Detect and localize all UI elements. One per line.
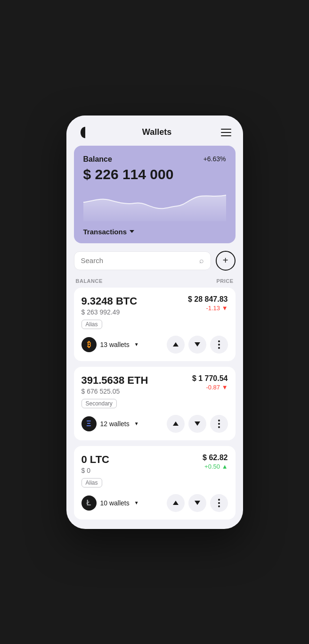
search-icon: ⌕ [199,256,204,265]
transactions-chevron-icon [130,230,134,233]
btc-receive-button[interactable] [188,336,206,354]
balance-label: Balance [83,155,112,164]
send-icon [173,501,179,505]
header: Wallets [66,116,243,146]
btc-send-button[interactable] [167,336,185,354]
crypto-right-btc: $ 28 847.83 -1.13 ▼ [188,295,228,312]
ltc-action-buttons [167,494,228,512]
eth-usd: $ 676 525.05 [81,388,148,395]
search-row: ⌕ + [66,251,243,276]
more-icon [218,420,220,428]
receive-icon [195,421,200,426]
btc-wallet-count: 13 wallets [100,341,130,348]
balance-percent: +6.63% [203,155,226,163]
crypto-left-eth: 391.5638 ETH $ 676 525.05 Secondary [81,374,148,408]
ltc-send-button[interactable] [167,494,185,512]
search-box[interactable]: ⌕ [74,251,211,270]
btc-wallet-chevron-icon: ▼ [134,342,139,347]
btc-action-buttons [167,336,228,354]
balance-top: Balance +6.63% [83,155,226,164]
ltc-change: +0.50 ▲ [203,463,228,470]
btc-change: -1.13 ▼ [188,305,228,312]
btc-wallet-info[interactable]: ₿ 13 wallets ▼ [81,337,139,352]
eth-wallet-count: 12 wallets [100,420,130,428]
btc-icon: ₿ [81,337,97,352]
menu-line-2 [221,132,231,133]
crypto-top-ltc: 0 LTC $ 0 Alias $ 62.82 +0.50 ▲ [81,454,228,487]
phone-shell: Wallets Balance +6.63% $ 226 114 000 [66,116,243,529]
balance-card: Balance +6.63% $ 226 114 000 Transaction… [74,146,236,243]
page-title: Wallets [142,127,171,137]
crypto-bottom-eth: Ξ 12 wallets ▼ [81,415,228,433]
ltc-wallet-info[interactable]: Ł 10 wallets ▼ [81,495,139,511]
more-icon [218,340,220,349]
more-icon [218,499,220,507]
crypto-top-btc: 9.3248 BTC $ 263 992.49 Alias $ 28 847.8… [81,295,228,329]
ltc-wallet-chevron-icon: ▼ [134,500,139,505]
crypto-right-eth: $ 1 770.54 -0.87 ▼ [192,374,228,391]
add-wallet-button[interactable]: + [216,251,236,271]
btc-more-button[interactable] [210,336,228,354]
crypto-top-eth: 391.5638 ETH $ 676 525.05 Secondary $ 1 … [81,374,228,408]
ltc-amount: 0 LTC [81,454,109,466]
crypto-right-ltc: $ 62.82 +0.50 ▲ [203,454,228,470]
crypto-bottom-btc: ₿ 13 wallets ▼ [81,336,228,354]
logo-icon [78,125,93,140]
ltc-price: $ 62.82 [203,454,228,462]
eth-amount: 391.5638 ETH [81,374,148,387]
price-column-header: PRICE [216,278,233,284]
receive-icon [195,501,200,505]
crypto-left-ltc: 0 LTC $ 0 Alias [81,454,109,487]
crypto-list: 9.3248 BTC $ 263 992.49 Alias $ 28 847.8… [66,288,243,529]
menu-button[interactable] [221,129,231,136]
search-input[interactable] [81,256,195,264]
btc-usd: $ 263 992.49 [81,308,138,316]
crypto-bottom-ltc: Ł 10 wallets ▼ [81,494,228,512]
crypto-card-eth: 391.5638 ETH $ 676 525.05 Secondary $ 1 … [74,367,236,440]
ltc-wallet-count: 10 wallets [100,499,130,507]
eth-price: $ 1 770.54 [192,374,228,383]
balance-column-header: BALANCE [76,278,103,284]
menu-line-1 [221,129,231,130]
btc-alias: Alias [81,320,102,329]
eth-send-button[interactable] [167,415,185,433]
eth-change: -0.87 ▼ [192,384,228,391]
balance-chart [83,188,226,221]
receive-icon [195,342,200,347]
eth-wallet-info[interactable]: Ξ 12 wallets ▼ [81,416,139,431]
eth-more-button[interactable] [210,415,228,433]
eth-alias: Secondary [81,399,117,408]
balance-amount: $ 226 114 000 [83,166,226,182]
eth-receive-button[interactable] [188,415,206,433]
ltc-icon: Ł [81,495,97,511]
ltc-alias: Alias [81,478,102,487]
eth-action-buttons [167,415,228,433]
transactions-label: Transactions [83,228,127,236]
btc-price: $ 28 847.83 [188,295,228,304]
column-headers: BALANCE PRICE [66,276,243,288]
menu-line-3 [221,135,231,136]
transactions-row[interactable]: Transactions [83,221,226,243]
crypto-card-ltc: 0 LTC $ 0 Alias $ 62.82 +0.50 ▲ Ł 10 wal… [74,446,236,520]
send-icon [173,342,179,347]
eth-wallet-chevron-icon: ▼ [134,421,139,426]
ltc-receive-button[interactable] [188,494,206,512]
crypto-card-btc: 9.3248 BTC $ 263 992.49 Alias $ 28 847.8… [74,288,236,361]
ltc-more-button[interactable] [210,494,228,512]
eth-icon: Ξ [81,416,97,431]
send-icon [173,421,179,426]
crypto-left-btc: 9.3248 BTC $ 263 992.49 Alias [81,295,138,329]
btc-amount: 9.3248 BTC [81,295,138,307]
ltc-usd: $ 0 [81,467,109,474]
